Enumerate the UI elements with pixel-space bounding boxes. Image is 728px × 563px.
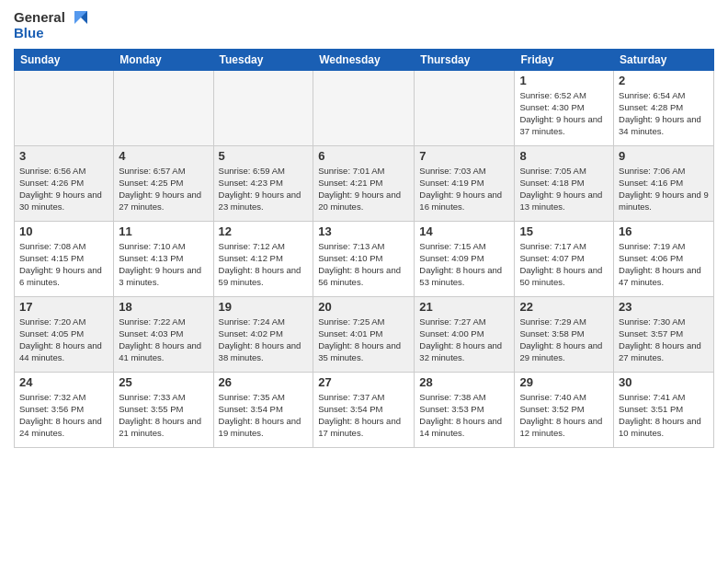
day-number: 17 <box>19 300 108 314</box>
day-info: Sunrise: 6:54 AM Sunset: 4:28 PM Dayligh… <box>619 89 709 138</box>
day-number: 16 <box>619 224 709 238</box>
day-number: 2 <box>619 74 709 87</box>
calendar-day-cell: 1Sunrise: 6:52 AM Sunset: 4:30 PM Daylig… <box>515 70 614 145</box>
day-info: Sunrise: 6:57 AM Sunset: 4:25 PM Dayligh… <box>119 165 208 213</box>
day-number: 24 <box>19 375 108 389</box>
calendar-day-header: Monday <box>114 49 213 70</box>
day-number: 9 <box>619 149 709 163</box>
calendar-day-cell: 22Sunrise: 7:29 AM Sunset: 3:58 PM Dayli… <box>515 296 614 372</box>
day-number: 1 <box>519 74 609 87</box>
calendar-day-cell: 15Sunrise: 7:17 AM Sunset: 4:07 PM Dayli… <box>515 221 614 296</box>
calendar-day-cell <box>313 70 415 145</box>
day-number: 12 <box>219 224 309 238</box>
calendar-week-row: 24Sunrise: 7:32 AM Sunset: 3:56 PM Dayli… <box>15 372 714 447</box>
day-info: Sunrise: 7:06 AM Sunset: 4:16 PM Dayligh… <box>619 165 709 213</box>
day-info: Sunrise: 7:05 AM Sunset: 4:18 PM Dayligh… <box>519 165 609 213</box>
logo-general: General <box>14 9 65 25</box>
calendar-day-cell: 14Sunrise: 7:15 AM Sunset: 4:09 PM Dayli… <box>415 221 515 296</box>
calendar-day-cell: 12Sunrise: 7:12 AM Sunset: 4:12 PM Dayli… <box>213 221 313 296</box>
day-info: Sunrise: 7:22 AM Sunset: 4:03 PM Dayligh… <box>119 316 208 364</box>
calendar-day-header: Thursday <box>415 49 515 70</box>
calendar-day-cell: 5Sunrise: 6:59 AM Sunset: 4:23 PM Daylig… <box>213 145 313 221</box>
day-info: Sunrise: 7:03 AM Sunset: 4:19 PM Dayligh… <box>419 165 509 213</box>
calendar-day-cell: 9Sunrise: 7:06 AM Sunset: 4:16 PM Daylig… <box>614 145 714 221</box>
logo-flag-icon <box>67 11 87 31</box>
day-number: 5 <box>219 149 309 163</box>
calendar-day-cell: 3Sunrise: 6:56 AM Sunset: 4:26 PM Daylig… <box>15 145 114 221</box>
day-number: 20 <box>318 300 409 314</box>
calendar-day-cell: 30Sunrise: 7:41 AM Sunset: 3:51 PM Dayli… <box>614 372 714 447</box>
calendar-day-cell: 27Sunrise: 7:37 AM Sunset: 3:54 PM Dayli… <box>313 372 415 447</box>
page: General Blue SundayMondayTuesdayWednesda… <box>0 0 728 563</box>
day-info: Sunrise: 7:10 AM Sunset: 4:13 PM Dayligh… <box>119 240 208 289</box>
calendar-day-cell: 8Sunrise: 7:05 AM Sunset: 4:18 PM Daylig… <box>515 145 614 221</box>
logo: General Blue <box>14 9 87 41</box>
day-info: Sunrise: 7:12 AM Sunset: 4:12 PM Dayligh… <box>219 240 309 289</box>
day-info: Sunrise: 7:32 AM Sunset: 3:56 PM Dayligh… <box>19 391 108 440</box>
day-info: Sunrise: 7:01 AM Sunset: 4:21 PM Dayligh… <box>318 165 409 213</box>
calendar-week-row: 1Sunrise: 6:52 AM Sunset: 4:30 PM Daylig… <box>15 70 714 145</box>
calendar-week-row: 17Sunrise: 7:20 AM Sunset: 4:05 PM Dayli… <box>15 296 714 372</box>
day-number: 15 <box>519 224 609 238</box>
day-number: 13 <box>318 224 409 238</box>
day-info: Sunrise: 7:13 AM Sunset: 4:10 PM Dayligh… <box>318 240 409 289</box>
day-info: Sunrise: 7:41 AM Sunset: 3:51 PM Dayligh… <box>619 391 709 440</box>
calendar-day-cell: 13Sunrise: 7:13 AM Sunset: 4:10 PM Dayli… <box>313 221 415 296</box>
logo-blue: Blue <box>14 25 65 40</box>
day-info: Sunrise: 7:20 AM Sunset: 4:05 PM Dayligh… <box>19 316 108 364</box>
day-info: Sunrise: 7:38 AM Sunset: 3:53 PM Dayligh… <box>419 391 509 440</box>
calendar-day-cell: 11Sunrise: 7:10 AM Sunset: 4:13 PM Dayli… <box>114 221 213 296</box>
day-info: Sunrise: 7:37 AM Sunset: 3:54 PM Dayligh… <box>318 391 409 440</box>
calendar-day-cell: 4Sunrise: 6:57 AM Sunset: 4:25 PM Daylig… <box>114 145 213 221</box>
calendar-day-cell: 17Sunrise: 7:20 AM Sunset: 4:05 PM Dayli… <box>15 296 114 372</box>
day-info: Sunrise: 6:59 AM Sunset: 4:23 PM Dayligh… <box>219 165 309 213</box>
calendar-day-header: Friday <box>515 49 614 70</box>
day-info: Sunrise: 7:27 AM Sunset: 4:00 PM Dayligh… <box>419 316 509 364</box>
calendar-day-cell: 28Sunrise: 7:38 AM Sunset: 3:53 PM Dayli… <box>415 372 515 447</box>
calendar-day-cell: 2Sunrise: 6:54 AM Sunset: 4:28 PM Daylig… <box>614 70 714 145</box>
day-info: Sunrise: 7:24 AM Sunset: 4:02 PM Dayligh… <box>219 316 309 364</box>
calendar-day-header: Sunday <box>15 49 114 70</box>
calendar-day-cell: 21Sunrise: 7:27 AM Sunset: 4:00 PM Dayli… <box>415 296 515 372</box>
calendar-day-cell <box>213 70 313 145</box>
day-number: 19 <box>219 300 309 314</box>
day-info: Sunrise: 6:56 AM Sunset: 4:26 PM Dayligh… <box>19 165 108 213</box>
day-number: 4 <box>119 149 208 163</box>
day-number: 28 <box>419 375 509 389</box>
day-info: Sunrise: 7:15 AM Sunset: 4:09 PM Dayligh… <box>419 240 509 289</box>
day-number: 29 <box>519 375 609 389</box>
day-number: 11 <box>119 224 208 238</box>
day-info: Sunrise: 7:40 AM Sunset: 3:52 PM Dayligh… <box>519 391 609 440</box>
calendar-day-cell: 6Sunrise: 7:01 AM Sunset: 4:21 PM Daylig… <box>313 145 415 221</box>
day-number: 26 <box>219 375 309 389</box>
day-info: Sunrise: 7:19 AM Sunset: 4:06 PM Dayligh… <box>619 240 709 289</box>
calendar-day-cell: 24Sunrise: 7:32 AM Sunset: 3:56 PM Dayli… <box>15 372 114 447</box>
day-info: Sunrise: 7:35 AM Sunset: 3:54 PM Dayligh… <box>219 391 309 440</box>
day-number: 25 <box>119 375 208 389</box>
calendar-day-cell: 23Sunrise: 7:30 AM Sunset: 3:57 PM Dayli… <box>614 296 714 372</box>
calendar-header-row: SundayMondayTuesdayWednesdayThursdayFrid… <box>15 49 714 70</box>
calendar-week-row: 3Sunrise: 6:56 AM Sunset: 4:26 PM Daylig… <box>15 145 714 221</box>
day-number: 10 <box>19 224 108 238</box>
calendar-day-cell <box>114 70 213 145</box>
calendar-day-cell: 26Sunrise: 7:35 AM Sunset: 3:54 PM Dayli… <box>213 372 313 447</box>
day-info: Sunrise: 7:33 AM Sunset: 3:55 PM Dayligh… <box>119 391 208 440</box>
day-number: 23 <box>619 300 709 314</box>
day-number: 3 <box>19 149 108 163</box>
calendar-day-cell <box>415 70 515 145</box>
day-number: 21 <box>419 300 509 314</box>
day-number: 7 <box>419 149 509 163</box>
calendar-day-cell: 19Sunrise: 7:24 AM Sunset: 4:02 PM Dayli… <box>213 296 313 372</box>
calendar-day-cell <box>15 70 114 145</box>
day-number: 30 <box>619 375 709 389</box>
calendar-day-cell: 25Sunrise: 7:33 AM Sunset: 3:55 PM Dayli… <box>114 372 213 447</box>
day-number: 14 <box>419 224 509 238</box>
day-number: 18 <box>119 300 208 314</box>
day-number: 8 <box>519 149 609 163</box>
day-info: Sunrise: 7:29 AM Sunset: 3:58 PM Dayligh… <box>519 316 609 364</box>
calendar-day-cell: 29Sunrise: 7:40 AM Sunset: 3:52 PM Dayli… <box>515 372 614 447</box>
day-number: 22 <box>519 300 609 314</box>
day-info: Sunrise: 7:25 AM Sunset: 4:01 PM Dayligh… <box>318 316 409 364</box>
day-info: Sunrise: 7:08 AM Sunset: 4:15 PM Dayligh… <box>19 240 108 289</box>
calendar-day-header: Tuesday <box>213 49 313 70</box>
